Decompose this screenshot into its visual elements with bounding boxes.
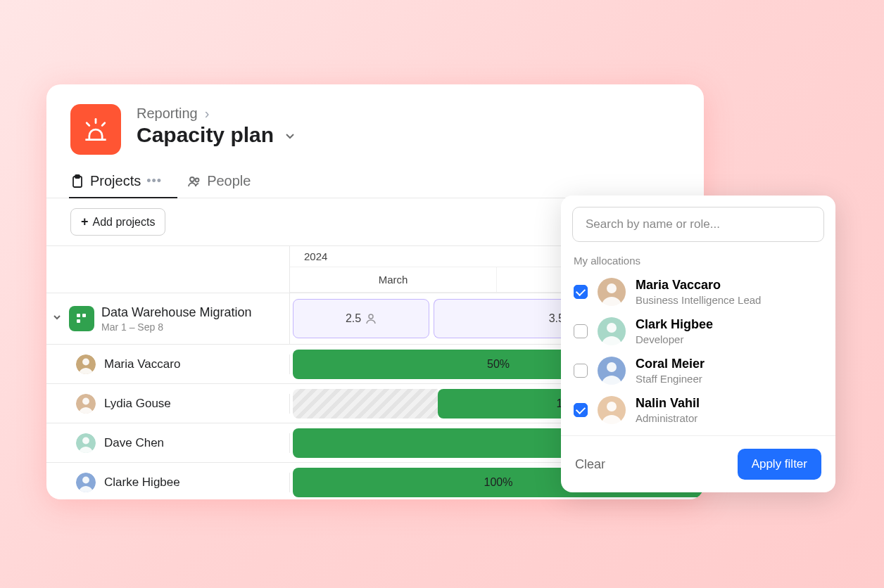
allocation-item[interactable]: Nalin VahilAdministrator — [572, 390, 824, 430]
svg-point-22 — [607, 362, 617, 372]
search-input[interactable] — [572, 207, 824, 242]
svg-rect-5 — [82, 314, 86, 317]
person-name: Nalin Vahil — [636, 396, 700, 411]
avatar — [76, 394, 96, 414]
page-title: Capacity plan — [137, 123, 274, 147]
project-label[interactable]: Data Warehouse Migration Mar 1 – Sep 8 — [46, 293, 290, 344]
breadcrumb[interactable]: Reporting › — [137, 106, 296, 122]
avatar — [76, 354, 96, 374]
chevron-right-icon: › — [205, 106, 210, 122]
person-role: Administrator — [636, 412, 700, 424]
person-name: Coral Meier — [636, 357, 705, 371]
more-icon[interactable]: ••• — [146, 174, 162, 188]
svg-point-14 — [82, 437, 89, 444]
checkbox[interactable] — [574, 324, 588, 338]
person-icon — [365, 313, 377, 324]
avatar — [598, 357, 626, 385]
svg-rect-4 — [77, 314, 80, 317]
person-name: Lydia Gouse — [104, 397, 171, 411]
person-label[interactable]: Clarke Higbee — [46, 473, 290, 492]
filter-footer: Clear Apply filter — [561, 435, 835, 492]
avatar — [598, 396, 626, 424]
people-icon — [187, 174, 201, 188]
svg-point-2 — [190, 177, 194, 181]
avatar — [598, 278, 626, 306]
page-title-row: Capacity plan — [137, 123, 296, 147]
month-cell: March — [290, 267, 497, 292]
allocation-item[interactable]: Clark HigbeeDeveloper — [572, 312, 824, 351]
person-label[interactable]: Dave Chen — [46, 433, 290, 453]
clipboard-icon — [70, 174, 84, 188]
section-label: My allocations — [574, 255, 824, 267]
checkbox[interactable] — [574, 364, 588, 378]
project-name: Data Warehouse Migration — [101, 305, 251, 320]
avatar — [76, 433, 96, 453]
avatar — [598, 317, 626, 345]
svg-point-18 — [607, 283, 617, 293]
apply-filter-button[interactable]: Apply filter — [738, 449, 821, 480]
person-role: Business Intelligence Lead — [636, 294, 761, 306]
allocation-item[interactable]: Maria VaccaroBusiness Intelligence Lead — [572, 272, 824, 312]
svg-point-12 — [82, 397, 89, 404]
svg-point-10 — [82, 358, 89, 365]
app-icon — [70, 104, 121, 155]
person-name: Clark Higbee — [636, 317, 713, 332]
tab-projects[interactable]: Projects ••• — [70, 173, 162, 198]
empty-capacity-bar — [293, 389, 438, 418]
allocation-item[interactable]: Coral MeierStaff Engineer — [572, 351, 824, 390]
breadcrumb-parent[interactable]: Reporting — [137, 106, 198, 122]
person-name: Maria Vaccaro — [104, 357, 180, 371]
person-label[interactable]: Lydia Gouse — [46, 394, 290, 414]
person-role: Staff Engineer — [636, 373, 705, 385]
add-projects-button[interactable]: + Add projects — [70, 208, 165, 236]
person-name: Dave Chen — [104, 436, 164, 450]
checkbox[interactable] — [574, 285, 588, 299]
project-dates: Mar 1 – Sep 8 — [101, 321, 251, 333]
tabs: Projects ••• People — [46, 162, 704, 198]
allocation-cell[interactable]: 2.5 — [293, 299, 429, 338]
clear-button[interactable]: Clear — [575, 457, 605, 472]
chevron-down-icon[interactable] — [284, 123, 296, 147]
svg-point-20 — [607, 323, 617, 333]
avatar — [76, 473, 96, 492]
chevron-down-icon[interactable] — [52, 312, 62, 325]
svg-point-24 — [607, 402, 617, 411]
header: Reporting › Capacity plan — [46, 84, 704, 162]
tab-people[interactable]: People — [187, 173, 251, 198]
person-name: Maria Vaccaro — [636, 278, 761, 293]
svg-point-3 — [196, 178, 199, 181]
person-name: Clarke Higbee — [104, 475, 180, 490]
svg-rect-6 — [77, 319, 80, 323]
person-role: Developer — [636, 333, 713, 345]
svg-point-7 — [369, 314, 373, 319]
plus-icon: + — [81, 215, 89, 229]
person-label[interactable]: Maria Vaccaro — [46, 354, 290, 374]
svg-point-16 — [82, 476, 89, 483]
filter-panel: My allocations Maria VaccaroBusiness Int… — [561, 196, 835, 492]
project-badge-icon — [69, 306, 94, 331]
checkbox[interactable] — [574, 403, 588, 417]
